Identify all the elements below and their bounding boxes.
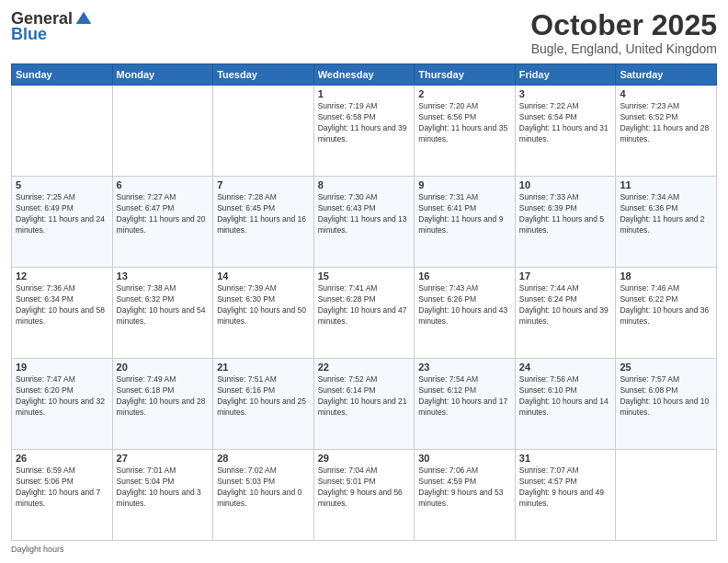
day-info: Sunrise: 7:23 AM Sunset: 6:52 PM Dayligh… bbox=[620, 101, 712, 145]
weekday-header-friday: Friday bbox=[515, 64, 616, 86]
day-info: Sunrise: 7:01 AM Sunset: 5:04 PM Dayligh… bbox=[117, 465, 210, 510]
day-number: 17 bbox=[519, 270, 612, 282]
day-cell: 10 Sunrise: 7:33 AM Sunset: 6:39 PM Dayl… bbox=[515, 177, 616, 268]
day-number: 1 bbox=[318, 88, 411, 99]
week-row-1: 1 Sunrise: 7:19 AM Sunset: 6:58 PM Dayli… bbox=[12, 86, 717, 177]
day-number: 24 bbox=[519, 362, 612, 373]
day-number: 7 bbox=[217, 179, 310, 190]
day-cell: 30 Sunrise: 7:06 AM Sunset: 4:59 PM Dayl… bbox=[415, 450, 516, 541]
day-cell: 15 Sunrise: 7:41 AM Sunset: 6:28 PM Dayl… bbox=[313, 268, 415, 359]
day-cell: 13 Sunrise: 7:38 AM Sunset: 6:32 PM Dayl… bbox=[112, 268, 213, 359]
day-info: Sunrise: 7:52 AM Sunset: 6:14 PM Dayligh… bbox=[318, 374, 411, 419]
day-info: Sunrise: 7:27 AM Sunset: 6:47 PM Dayligh… bbox=[117, 192, 210, 236]
day-number: 15 bbox=[318, 270, 411, 282]
day-info: Sunrise: 7:36 AM Sunset: 6:34 PM Dayligh… bbox=[16, 283, 108, 327]
day-info: Sunrise: 7:31 AM Sunset: 6:41 PM Dayligh… bbox=[418, 192, 511, 236]
day-number: 6 bbox=[117, 179, 210, 190]
day-cell bbox=[213, 86, 314, 177]
day-info: Sunrise: 7:54 AM Sunset: 6:12 PM Dayligh… bbox=[418, 374, 511, 419]
day-number: 30 bbox=[418, 453, 511, 464]
day-info: Sunrise: 7:41 AM Sunset: 6:28 PM Dayligh… bbox=[318, 283, 411, 327]
day-info: Sunrise: 7:33 AM Sunset: 6:39 PM Dayligh… bbox=[519, 192, 612, 236]
day-cell bbox=[112, 86, 213, 177]
weekday-header-sunday: Sunday bbox=[12, 64, 113, 86]
day-cell: 29 Sunrise: 7:04 AM Sunset: 5:01 PM Dayl… bbox=[313, 450, 415, 541]
day-number: 23 bbox=[418, 362, 511, 373]
day-number: 14 bbox=[217, 270, 310, 282]
day-number: 5 bbox=[16, 179, 108, 190]
day-cell: 27 Sunrise: 7:01 AM Sunset: 5:04 PM Dayl… bbox=[112, 450, 213, 541]
day-info: Sunrise: 7:20 AM Sunset: 6:56 PM Dayligh… bbox=[418, 101, 511, 145]
day-info: Sunrise: 7:44 AM Sunset: 6:24 PM Dayligh… bbox=[519, 283, 612, 327]
week-row-4: 19 Sunrise: 7:47 AM Sunset: 6:20 PM Dayl… bbox=[12, 359, 717, 450]
day-cell: 20 Sunrise: 7:49 AM Sunset: 6:18 PM Dayl… bbox=[112, 359, 213, 450]
day-info: Sunrise: 7:28 AM Sunset: 6:45 PM Dayligh… bbox=[217, 192, 310, 236]
footer-note: Daylight hours bbox=[11, 545, 717, 554]
day-info: Sunrise: 7:02 AM Sunset: 5:03 PM Dayligh… bbox=[217, 465, 310, 510]
day-info: Sunrise: 7:38 AM Sunset: 6:32 PM Dayligh… bbox=[117, 283, 210, 327]
logo: General Blue bbox=[11, 9, 93, 44]
day-number: 25 bbox=[620, 362, 712, 373]
day-info: Sunrise: 7:06 AM Sunset: 4:59 PM Dayligh… bbox=[418, 465, 511, 510]
day-cell: 9 Sunrise: 7:31 AM Sunset: 6:41 PM Dayli… bbox=[415, 177, 516, 268]
day-info: Sunrise: 7:34 AM Sunset: 6:36 PM Dayligh… bbox=[620, 192, 712, 236]
day-info: Sunrise: 7:49 AM Sunset: 6:18 PM Dayligh… bbox=[117, 374, 210, 419]
svg-marker-0 bbox=[76, 11, 92, 23]
day-cell: 17 Sunrise: 7:44 AM Sunset: 6:24 PM Dayl… bbox=[515, 268, 616, 359]
day-cell: 4 Sunrise: 7:23 AM Sunset: 6:52 PM Dayli… bbox=[616, 86, 717, 177]
day-info: Sunrise: 7:22 AM Sunset: 6:54 PM Dayligh… bbox=[519, 101, 612, 145]
day-cell: 8 Sunrise: 7:30 AM Sunset: 6:43 PM Dayli… bbox=[313, 177, 415, 268]
day-cell: 16 Sunrise: 7:43 AM Sunset: 6:26 PM Dayl… bbox=[415, 268, 516, 359]
day-number: 31 bbox=[519, 453, 612, 464]
day-info: Sunrise: 7:30 AM Sunset: 6:43 PM Dayligh… bbox=[318, 192, 411, 236]
day-number: 18 bbox=[620, 270, 712, 282]
weekday-header-row: SundayMondayTuesdayWednesdayThursdayFrid… bbox=[12, 64, 717, 86]
day-cell: 5 Sunrise: 7:25 AM Sunset: 6:49 PM Dayli… bbox=[12, 177, 113, 268]
day-cell: 7 Sunrise: 7:28 AM Sunset: 6:45 PM Dayli… bbox=[213, 177, 314, 268]
title-block: October 2025 Bugle, England, United King… bbox=[530, 9, 717, 56]
day-cell: 2 Sunrise: 7:20 AM Sunset: 6:56 PM Dayli… bbox=[415, 86, 516, 177]
day-cell: 31 Sunrise: 7:07 AM Sunset: 4:57 PM Dayl… bbox=[515, 450, 616, 541]
day-number: 12 bbox=[16, 270, 108, 282]
day-number: 20 bbox=[117, 362, 210, 373]
day-number: 22 bbox=[318, 362, 411, 373]
logo-icon bbox=[74, 10, 93, 29]
day-cell: 22 Sunrise: 7:52 AM Sunset: 6:14 PM Dayl… bbox=[313, 359, 415, 450]
day-cell: 21 Sunrise: 7:51 AM Sunset: 6:16 PM Dayl… bbox=[213, 359, 314, 450]
day-cell bbox=[616, 450, 717, 541]
day-number: 26 bbox=[16, 453, 108, 464]
day-info: Sunrise: 7:43 AM Sunset: 6:26 PM Dayligh… bbox=[418, 283, 511, 327]
day-info: Sunrise: 7:47 AM Sunset: 6:20 PM Dayligh… bbox=[16, 374, 108, 419]
day-info: Sunrise: 7:39 AM Sunset: 6:30 PM Dayligh… bbox=[217, 283, 310, 327]
weekday-header-wednesday: Wednesday bbox=[313, 64, 415, 86]
weekday-header-monday: Monday bbox=[112, 64, 213, 86]
location: Bugle, England, United Kingdom bbox=[530, 41, 717, 56]
day-number: 11 bbox=[620, 179, 712, 190]
day-cell: 26 Sunrise: 6:59 AM Sunset: 5:06 PM Dayl… bbox=[12, 450, 113, 541]
page-header: General Blue October 2025 Bugle, England… bbox=[11, 9, 717, 56]
calendar-table: SundayMondayTuesdayWednesdayThursdayFrid… bbox=[11, 63, 717, 541]
day-info: Sunrise: 7:51 AM Sunset: 6:16 PM Dayligh… bbox=[217, 374, 310, 419]
day-number: 3 bbox=[519, 88, 612, 99]
day-info: Sunrise: 6:59 AM Sunset: 5:06 PM Dayligh… bbox=[16, 465, 108, 510]
day-cell bbox=[12, 86, 113, 177]
weekday-header-tuesday: Tuesday bbox=[213, 64, 314, 86]
day-cell: 19 Sunrise: 7:47 AM Sunset: 6:20 PM Dayl… bbox=[12, 359, 113, 450]
day-number: 28 bbox=[217, 453, 310, 464]
day-info: Sunrise: 7:25 AM Sunset: 6:49 PM Dayligh… bbox=[16, 192, 108, 236]
day-number: 13 bbox=[117, 270, 210, 282]
day-cell: 11 Sunrise: 7:34 AM Sunset: 6:36 PM Dayl… bbox=[616, 177, 717, 268]
day-number: 29 bbox=[318, 453, 411, 464]
day-info: Sunrise: 7:56 AM Sunset: 6:10 PM Dayligh… bbox=[519, 374, 612, 419]
week-row-2: 5 Sunrise: 7:25 AM Sunset: 6:49 PM Dayli… bbox=[12, 177, 717, 268]
day-cell: 1 Sunrise: 7:19 AM Sunset: 6:58 PM Dayli… bbox=[313, 86, 415, 177]
day-info: Sunrise: 7:46 AM Sunset: 6:22 PM Dayligh… bbox=[620, 283, 712, 327]
day-cell: 24 Sunrise: 7:56 AM Sunset: 6:10 PM Dayl… bbox=[515, 359, 616, 450]
day-cell: 18 Sunrise: 7:46 AM Sunset: 6:22 PM Dayl… bbox=[616, 268, 717, 359]
day-number: 19 bbox=[16, 362, 108, 373]
day-cell: 28 Sunrise: 7:02 AM Sunset: 5:03 PM Dayl… bbox=[213, 450, 314, 541]
day-number: 9 bbox=[418, 179, 511, 190]
day-cell: 6 Sunrise: 7:27 AM Sunset: 6:47 PM Dayli… bbox=[112, 177, 213, 268]
day-number: 4 bbox=[620, 88, 712, 99]
day-number: 27 bbox=[117, 453, 210, 464]
